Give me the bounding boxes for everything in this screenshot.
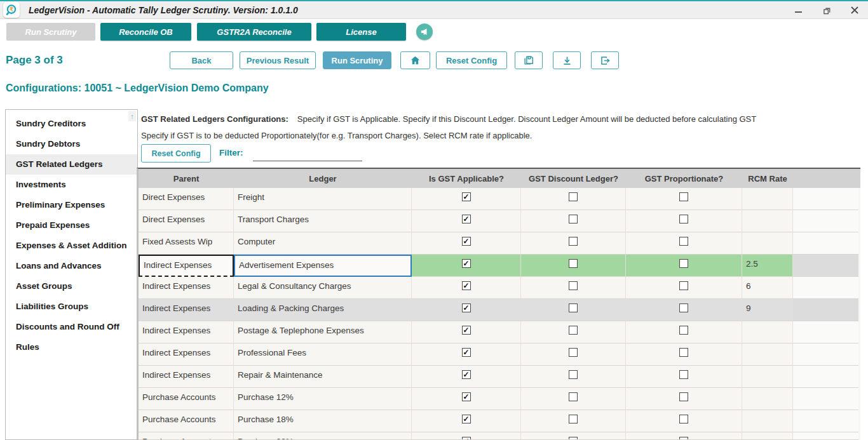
checkbox-gst-discount[interactable]: [569, 215, 578, 223]
cell-rcm-rate[interactable]: [742, 366, 793, 388]
column-header-gst-proportionate[interactable]: GST Proportionate?: [626, 169, 742, 188]
download-button[interactable]: [553, 51, 581, 69]
checkbox-gst-discount[interactable]: [569, 303, 578, 312]
cell-parent[interactable]: Indirect Expenses: [139, 366, 234, 388]
reset-config-panel-button[interactable]: Reset Config: [141, 144, 211, 163]
cell-rcm-rate[interactable]: [742, 410, 793, 432]
checkbox-gst-applicable[interactable]: ✓: [462, 215, 471, 223]
checkbox-gst-proportionate[interactable]: [679, 192, 688, 201]
minimize-button[interactable]: [790, 3, 807, 18]
checkbox-gst-discount[interactable]: [569, 370, 578, 379]
checkbox-gst-applicable[interactable]: ✓: [462, 237, 471, 246]
cell-parent[interactable]: Indirect Expenses: [139, 343, 234, 366]
cell-parent[interactable]: Purchase Accounts: [139, 410, 234, 432]
checkbox-gst-applicable[interactable]: ✓: [462, 348, 471, 357]
sidebar-item-preliminary-expenses[interactable]: Preliminary Expenses: [6, 195, 137, 215]
checkbox-gst-proportionate[interactable]: [679, 348, 688, 357]
sidebar-item-sundry-debtors[interactable]: Sundry Debtors: [6, 134, 137, 154]
cell-rcm-rate[interactable]: 9: [742, 299, 793, 321]
close-button[interactable]: [846, 3, 863, 18]
column-header-gst-discount-ledger[interactable]: GST Discount Ledger?: [521, 169, 626, 188]
cell-ledger[interactable]: Transport Charges: [234, 210, 412, 232]
checkbox-gst-discount[interactable]: [569, 237, 578, 246]
sidebar-item-loans-and-advances[interactable]: Loans and Advances: [6, 256, 137, 276]
checkbox-gst-applicable[interactable]: ✓: [462, 281, 471, 290]
cell-rcm-rate[interactable]: [742, 210, 793, 232]
column-header-ledger[interactable]: Ledger: [234, 169, 412, 188]
cell-ledger[interactable]: Repair & Maintenance: [234, 366, 412, 388]
sidebar-scroll-up-icon[interactable]: ↑: [128, 111, 136, 121]
cell-ledger[interactable]: Postage & Teplephone Expenses: [234, 321, 412, 343]
checkbox-gst-discount[interactable]: [569, 326, 578, 335]
filter-input[interactable]: [253, 146, 362, 161]
cell-parent[interactable]: Indirect Expenses: [139, 321, 234, 343]
sidebar-item-expenses-asset-addition[interactable]: Expenses & Asset Addition: [6, 236, 137, 256]
gstr2a-reconcile-button[interactable]: GSTR2A Reconcile: [197, 23, 311, 41]
checkbox-gst-applicable[interactable]: ✓: [462, 303, 471, 312]
sidebar-item-asset-groups[interactable]: Asset Groups: [6, 276, 137, 297]
checkbox-gst-discount[interactable]: [569, 392, 578, 401]
reconcile-ob-button[interactable]: Reconcile OB: [100, 23, 191, 41]
cell-parent[interactable]: Indirect Expenses: [139, 277, 234, 299]
column-header-rcm-rate[interactable]: RCM Rate: [742, 169, 793, 188]
sidebar-item-gst-related-ledgers[interactable]: GST Related Ledgers: [6, 154, 137, 175]
cell-ledger[interactable]: Freight: [234, 188, 412, 210]
checkbox-gst-proportionate[interactable]: [679, 303, 688, 312]
cell-rcm-rate[interactable]: [742, 343, 793, 366]
sidebar-item-investments[interactable]: Investments: [6, 175, 137, 195]
cell-ledger[interactable]: Purchase 18%: [234, 410, 412, 432]
checkbox-gst-discount[interactable]: [569, 415, 578, 423]
checkbox-gst-discount[interactable]: [569, 437, 578, 440]
cell-ledger[interactable]: Professional Fees: [234, 343, 412, 366]
cell-parent[interactable]: Purchase Accounts: [139, 388, 234, 410]
checkbox-gst-discount[interactable]: [569, 259, 578, 268]
sidebar-item-prepaid-expenses[interactable]: Prepaid Expenses: [6, 215, 137, 236]
checkbox-gst-applicable[interactable]: ✓: [462, 392, 471, 401]
cell-rcm-rate[interactable]: 2.5: [742, 255, 793, 277]
cell-parent[interactable]: Purchase Accounts: [139, 432, 234, 440]
restore-button[interactable]: [818, 3, 835, 18]
checkbox-gst-discount[interactable]: [569, 348, 578, 357]
cell-ledger[interactable]: Purchase 12%: [234, 388, 412, 410]
checkbox-gst-applicable[interactable]: ✓: [462, 370, 471, 379]
cell-parent[interactable]: Indirect Expenses: [139, 299, 234, 321]
checkbox-gst-proportionate[interactable]: [679, 370, 688, 379]
checkbox-gst-applicable[interactable]: ✓: [462, 192, 471, 201]
cell-rcm-rate[interactable]: [742, 388, 793, 410]
checkbox-gst-proportionate[interactable]: [679, 392, 688, 401]
home-button[interactable]: [400, 51, 430, 69]
back-button[interactable]: Back: [170, 51, 233, 69]
checkbox-gst-proportionate[interactable]: [679, 415, 688, 423]
license-button[interactable]: License: [316, 23, 406, 41]
cell-parent[interactable]: Direct Expenses: [139, 188, 234, 210]
save-button[interactable]: [515, 51, 543, 69]
cell-ledger[interactable]: Purchase 28%: [234, 432, 412, 440]
checkbox-gst-applicable[interactable]: ✓: [462, 259, 471, 268]
checkbox-gst-proportionate[interactable]: [679, 437, 688, 440]
cell-rcm-rate[interactable]: 6: [742, 277, 793, 299]
run-scrutiny-top-button[interactable]: Run Scrutiny: [6, 23, 95, 41]
exit-button[interactable]: [591, 51, 619, 69]
cell-rcm-rate[interactable]: [742, 321, 793, 343]
checkbox-gst-proportionate[interactable]: [679, 281, 688, 290]
checkbox-gst-discount[interactable]: [569, 192, 578, 201]
announcement-button[interactable]: [416, 23, 433, 40]
run-scrutiny-button[interactable]: Run Scrutiny: [323, 51, 391, 69]
cell-rcm-rate[interactable]: [742, 432, 793, 440]
column-header-is-gst-applicable[interactable]: Is GST Applicable?: [412, 169, 521, 188]
cell-rcm-rate[interactable]: [742, 188, 793, 210]
checkbox-gst-applicable[interactable]: ✓: [462, 326, 471, 335]
cell-parent[interactable]: Direct Expenses: [139, 210, 234, 232]
sidebar-item-discounts-and-round-off[interactable]: Discounts and Round Off: [6, 317, 137, 337]
column-header-parent[interactable]: Parent: [139, 169, 234, 188]
checkbox-gst-proportionate[interactable]: [679, 237, 688, 246]
cell-ledger[interactable]: Legal & Consultancy Charges: [234, 277, 412, 299]
cell-ledger[interactable]: Advertisement Expenses: [234, 255, 412, 277]
checkbox-gst-discount[interactable]: [569, 281, 578, 290]
cell-ledger[interactable]: Computer: [234, 232, 412, 255]
checkbox-gst-proportionate[interactable]: [679, 259, 688, 268]
cell-parent[interactable]: Indirect Expenses: [139, 255, 234, 277]
checkbox-gst-applicable[interactable]: ✓: [462, 415, 471, 423]
reset-config-top-button[interactable]: Reset Config: [436, 51, 507, 69]
checkbox-gst-applicable[interactable]: ✓: [462, 437, 471, 440]
